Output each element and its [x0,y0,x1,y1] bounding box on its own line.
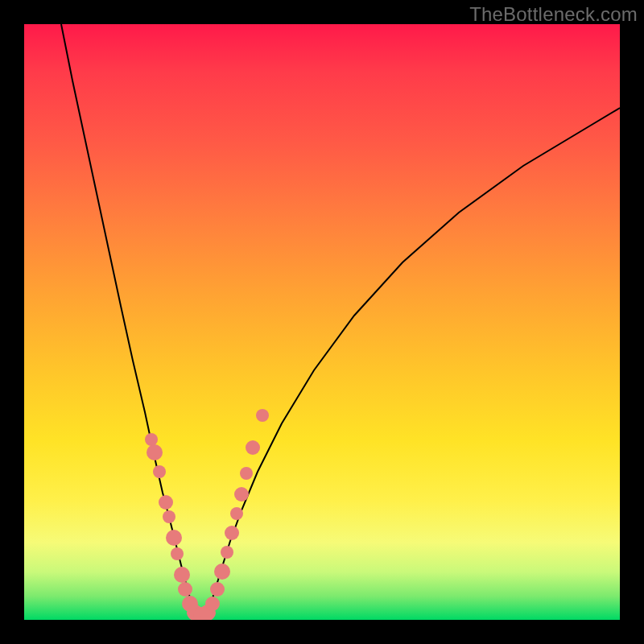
scatter-dot [234,487,249,502]
scatter-dot [210,582,225,597]
scatter-dot [163,510,175,523]
scatter-dot [230,507,243,520]
curve-right-branch [208,108,620,616]
scatter-dot [214,564,230,580]
scatter-dot [178,582,192,597]
scatter-dot [256,409,269,422]
scatter-dot [221,546,233,559]
scatter-dot [205,597,220,611]
watermark-text: TheBottleneck.com [469,3,638,26]
scatter-dot [171,547,184,560]
chart-frame: TheBottleneck.com [0,0,644,644]
scatter-dot [153,465,166,478]
scatter-dot [166,530,182,546]
scatter-dot [240,467,253,480]
curve-left-branch [61,24,195,616]
scatter-dot [145,433,158,446]
plot-area [24,24,620,620]
curve-svg [24,24,620,620]
scatter-dot [174,567,190,583]
scatter-dot [159,495,173,510]
scatter-dot [246,440,260,455]
scatter-dot [225,526,239,540]
scatter-dot [147,444,163,460]
scatter-dots [145,409,269,620]
